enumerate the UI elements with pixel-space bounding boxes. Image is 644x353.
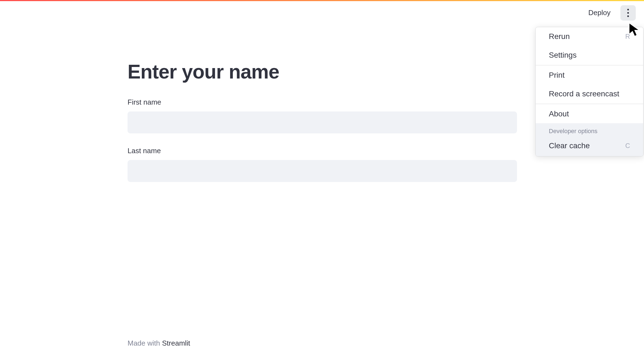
deploy-button[interactable]: Deploy (584, 6, 615, 19)
menu-item-label: Clear cache (549, 141, 590, 150)
last-name-input[interactable] (128, 160, 517, 182)
menu-item-print[interactable]: Print (536, 66, 643, 85)
last-name-label: Last name (128, 147, 517, 155)
kebab-dot-icon (627, 12, 629, 14)
first-name-group: First name (128, 98, 517, 133)
first-name-label: First name (128, 98, 517, 107)
menu-item-shortcut: C (625, 142, 630, 150)
main-content: Enter your name First name Last name (128, 60, 517, 195)
menu-item-rerun[interactable]: Rerun R (536, 27, 643, 46)
menu-item-label: Print (549, 71, 565, 80)
menu-item-clear-cache[interactable]: Clear cache C (536, 138, 643, 156)
menu-item-label: Record a screencast (549, 89, 619, 98)
dropdown-menu: Rerun R Settings Print Record a screenca… (535, 27, 643, 156)
dev-header: Developer options (536, 123, 643, 138)
gradient-bar (0, 0, 644, 1)
kebab-dot-icon (627, 9, 629, 10)
header: Deploy (584, 1, 644, 24)
footer-brand[interactable]: Streamlit (162, 339, 190, 347)
menu-item-shortcut: R (625, 33, 630, 40)
kebab-menu-button[interactable] (620, 5, 636, 21)
menu-item-label: Settings (549, 51, 577, 60)
footer-prefix: Made with (128, 339, 162, 347)
menu-divider (536, 65, 643, 65)
menu-item-about[interactable]: About (536, 105, 643, 123)
last-name-group: Last name (128, 147, 517, 182)
menu-item-settings[interactable]: Settings (536, 46, 643, 65)
menu-divider (536, 104, 643, 104)
menu-item-label: Rerun (549, 32, 570, 41)
first-name-input[interactable] (128, 111, 517, 133)
menu-item-screencast[interactable]: Record a screencast (536, 85, 643, 103)
dev-section: Developer options Clear cache C (536, 123, 643, 156)
footer: Made with Streamlit (128, 339, 190, 348)
kebab-dot-icon (627, 15, 629, 17)
menu-item-label: About (549, 110, 569, 118)
page-title: Enter your name (128, 60, 517, 83)
